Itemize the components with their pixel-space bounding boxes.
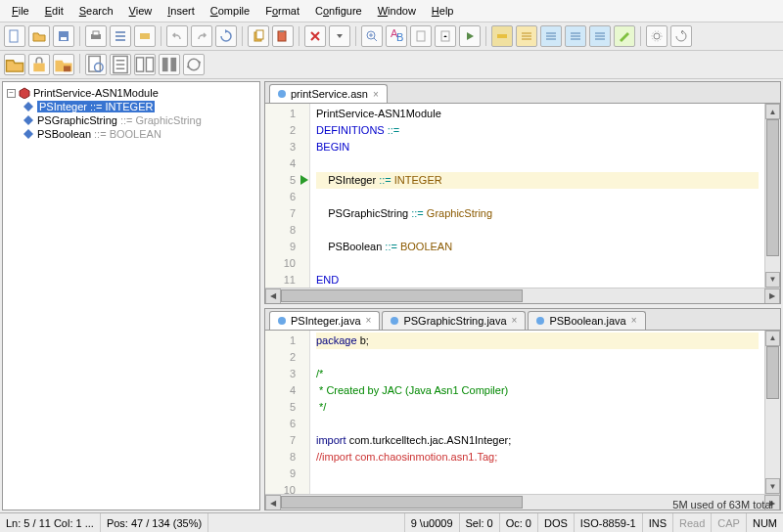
tab-PSBoolean-java[interactable]: PSBoolean.java× <box>528 311 645 330</box>
scroll-left-icon[interactable]: ◀ <box>265 288 281 304</box>
wrap-icon[interactable] <box>540 25 562 47</box>
new-icon[interactable] <box>4 25 25 47</box>
refresh-icon[interactable] <box>670 25 692 47</box>
diamond-icon <box>23 101 34 112</box>
scroll-up-icon[interactable]: ▲ <box>765 104 780 119</box>
vscroll[interactable]: ▲ ▼ <box>764 331 780 494</box>
toolbar-main: AB <box>0 22 783 51</box>
sync-icon[interactable] <box>183 54 205 75</box>
tab-PSGraphicString-java[interactable]: PSGraphicString.java× <box>382 311 526 330</box>
redo-icon[interactable] <box>191 25 212 47</box>
svg-rect-2 <box>61 37 67 40</box>
menu-configure[interactable]: Configure <box>307 2 370 20</box>
hscroll[interactable]: ◀ ▶ <box>265 288 780 303</box>
status-enc: ISO-8859-1 <box>574 513 642 532</box>
svg-rect-7 <box>256 30 263 39</box>
folder-lock-icon[interactable] <box>53 54 74 75</box>
scroll-down-icon[interactable]: ▼ <box>765 272 780 288</box>
vscroll[interactable]: ▲ ▼ <box>764 104 780 288</box>
status-char: 9 \u0009 <box>404 513 459 532</box>
menu-help[interactable]: Help <box>424 2 462 20</box>
find-replace-icon[interactable]: AB <box>386 25 407 47</box>
svg-rect-0 <box>10 30 18 42</box>
status-ins: INS <box>642 513 672 532</box>
top-tabbar: printService.asn× <box>265 82 780 104</box>
close-icon[interactable]: × <box>631 315 637 326</box>
scroll-right-icon[interactable]: ▶ <box>764 288 780 304</box>
svg-rect-20 <box>64 66 70 71</box>
tab-printService-asn[interactable]: printService.asn× <box>269 84 388 103</box>
project-tree[interactable]: − PrintService-ASN1Module PSInteger ::= … <box>2 81 260 510</box>
reload-icon[interactable] <box>215 25 237 47</box>
tree-item-psgraphicstring[interactable]: PSGraphicString ::= GraphicString <box>5 113 257 127</box>
tab-PSInteger-java[interactable]: PSInteger.java× <box>269 311 380 330</box>
menu-edit[interactable]: Edit <box>37 2 71 20</box>
scroll-up-icon[interactable]: ▲ <box>765 331 780 346</box>
tree-root-label: PrintService-ASN1Module <box>33 87 159 99</box>
print-icon[interactable] <box>85 25 107 47</box>
doc-compare-icon[interactable] <box>134 54 156 75</box>
file-nav-icon[interactable] <box>435 25 456 47</box>
bookmark-icon[interactable] <box>410 25 432 47</box>
menu-view[interactable]: View <box>121 2 161 20</box>
run-icon[interactable] <box>459 25 481 47</box>
status-eol: DOS <box>537 513 574 532</box>
bottom-code[interactable]: package b;/* * Created by JAC (Java Asn1… <box>310 331 764 494</box>
open-icon[interactable] <box>28 25 50 47</box>
lock-icon[interactable] <box>28 54 50 75</box>
scroll-down-icon[interactable]: ▼ <box>765 478 780 494</box>
highlight1-icon[interactable] <box>491 25 513 47</box>
folder-open-icon[interactable] <box>4 54 25 75</box>
close-icon[interactable]: × <box>373 89 379 100</box>
svg-rect-19 <box>33 64 44 72</box>
highlight2-icon[interactable] <box>516 25 537 47</box>
zoom-in-icon[interactable] <box>361 25 383 47</box>
status-oc: Oc: 0 <box>499 513 537 532</box>
lines-icon[interactable] <box>589 25 611 47</box>
columns-icon[interactable] <box>159 54 180 75</box>
close-icon[interactable] <box>304 25 326 47</box>
svg-rect-13 <box>417 31 425 41</box>
toolbar-secondary <box>0 51 783 79</box>
status-sel: Sel: 0 <box>459 513 499 532</box>
top-code[interactable]: PrintService-ASN1ModuleDEFINITIONS ::=BE… <box>310 104 764 288</box>
toggle-icon[interactable] <box>134 25 156 47</box>
marker-icon[interactable] <box>614 25 635 47</box>
menu-insert[interactable]: Insert <box>160 2 203 20</box>
tree-item-psinteger[interactable]: PSInteger ::= INTEGER <box>5 100 257 113</box>
svg-rect-8 <box>278 31 286 41</box>
module-icon <box>19 87 30 99</box>
svg-point-17 <box>654 33 660 39</box>
statusbar: Ln: 5 / 11 Col: 1 ... Pos: 47 / 134 (35%… <box>0 512 783 532</box>
scroll-left-icon[interactable]: ◀ <box>265 495 281 510</box>
close-icon[interactable]: × <box>512 315 518 326</box>
svg-text:B: B <box>396 31 403 43</box>
close-icon[interactable]: × <box>366 315 372 326</box>
doc-list-icon[interactable] <box>110 54 131 75</box>
copy-icon[interactable] <box>248 25 269 47</box>
svg-marker-28 <box>20 88 29 99</box>
top-gutter: 1234567891011 <box>265 104 310 288</box>
menu-compile[interactable]: Compile <box>203 2 257 20</box>
collapse-icon[interactable]: − <box>7 89 16 98</box>
menu-file[interactable]: File <box>4 2 37 20</box>
menu-search[interactable]: Search <box>71 2 121 20</box>
menu-format[interactable]: Format <box>257 2 307 20</box>
status-ln: Ln: 5 / 11 Col: 1 ... <box>0 513 101 532</box>
status-cap: CAP <box>711 513 746 532</box>
tree-root-node[interactable]: − PrintService-ASN1Module <box>5 86 257 100</box>
settings-icon[interactable] <box>646 25 668 47</box>
menu-window[interactable]: Window <box>370 2 424 20</box>
find-doc-icon[interactable] <box>85 54 107 75</box>
svg-rect-26 <box>162 58 168 71</box>
paste-icon[interactable] <box>272 25 294 47</box>
tree-item-psboolean[interactable]: PSBoolean ::= BOOLEAN <box>5 127 257 141</box>
indent-icon[interactable] <box>565 25 586 47</box>
dropdown-icon[interactable] <box>329 25 350 47</box>
svg-rect-27 <box>170 58 176 71</box>
top-editor: printService.asn× 1234567891011 PrintSer… <box>264 81 781 304</box>
undo-icon[interactable] <box>166 25 188 47</box>
list-icon[interactable] <box>110 25 131 47</box>
save-icon[interactable] <box>53 25 74 47</box>
svg-marker-15 <box>467 32 474 40</box>
